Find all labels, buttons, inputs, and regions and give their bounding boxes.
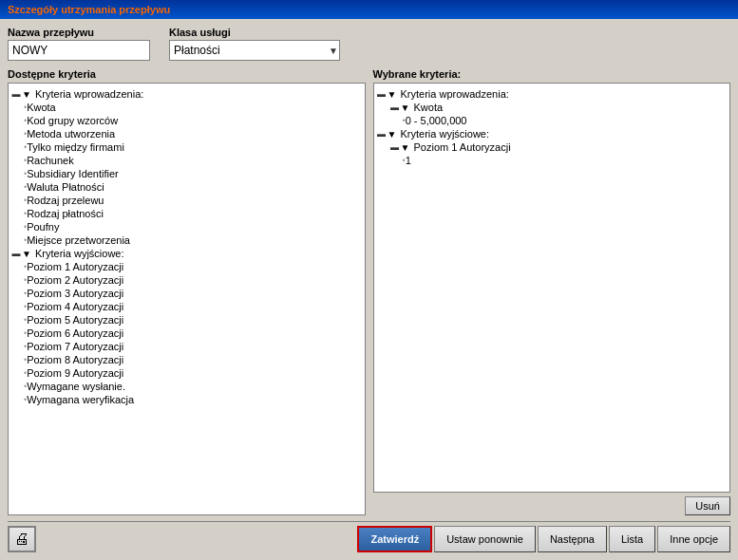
expand-icon: ▬ [376,89,388,99]
bottom-right-buttons: Zatwierdź Ustaw ponownie Następna Lista … [357,526,730,552]
remove-btn-container: Usuń [373,496,731,515]
list-item[interactable]: • Wymagana weryfikacja [24,393,363,406]
available-criteria-tree[interactable]: ▬ ▼ Kryteria wprowadzenia: • Kwota • Kod… [8,83,366,515]
available-criteria-panel: Dostępne kryteria ▬ ▼ Kryteria wprowadze… [8,68,366,515]
list-item[interactable]: • Poziom 1 Autoryzacji [24,260,363,273]
list-item[interactable]: • Wymagane wysłanie. [24,380,363,393]
expand-icon: ▬ [376,129,388,139]
item-poziom8: Poziom 8 Autoryzacji [27,354,123,365]
item-subsidiary: Subsidiary Identifier [27,168,119,179]
list-item[interactable]: • Poufny [24,220,363,233]
list-item[interactable]: • Waluta Płatności [24,180,363,194]
next-button[interactable]: Następna [538,526,607,552]
folder-icon: ▼ [22,249,35,259]
list-item[interactable]: • Poziom 2 Autoryzacji [24,273,363,287]
title-bar: Szczegóły utrzymania przepływu [0,0,738,19]
printer-icon: 🖨 [14,531,29,548]
tree-row[interactable]: ▬ ▼ Kryteria wyjściowe: [376,127,729,140]
item-wymagane-wysylanie: Wymagane wysłanie. [27,381,125,392]
item-poziom4: Poziom 4 Autoryzacji [27,301,123,312]
tree-row[interactable]: ▬ ▼ Kwota [389,101,729,114]
item-poziom1: Poziom 1 Autoryzacji [27,261,123,272]
folder-icon: ▼ [22,89,35,100]
item-rodzaj-przelewu: Rodzaj przelewu [27,195,104,206]
list-item[interactable]: • Poziom 3 Autoryzacji [24,287,363,300]
panels-container: Dostępne kryteria ▬ ▼ Kryteria wprowadze… [8,68,730,515]
tree-row[interactable]: ▬ ▼ Kryteria wyjściowe: [10,247,363,260]
input-group-label: Kryteria wprowadzenia: [35,88,143,100]
item-poziom7: Poziom 7 Autoryzacji [27,341,123,352]
list-item[interactable]: • Kwota [24,101,363,114]
confirm-button[interactable]: Zatwierdź [357,526,432,552]
selected-output-group: ▬ ▼ Kryteria wyjściowe: ▬ ▼ Poziom 1 Aut… [376,127,729,167]
folder-icon: ▼ [401,142,414,153]
selected-criteria-label: Wybrane kryteria: [373,68,731,80]
output-criteria-group: ▬ ▼ Kryteria wyjściowe: • Poziom 1 Autor… [10,247,363,406]
sel-kwota-label: Kwota [414,102,444,113]
list-item[interactable]: • 0 - 5,000,000 [403,114,729,127]
service-class-wrapper: Płatności ▼ [169,40,340,61]
list-item[interactable]: • Rodzaj płatności [24,207,363,220]
service-class-label: Klasa usługi [169,27,340,38]
item-poziom5: Poziom 5 Autoryzacji [27,314,123,326]
input-criteria-group: ▬ ▼ Kryteria wprowadzenia: • Kwota • Kod… [10,87,363,247]
item-kwota: Kwota [27,102,56,113]
list-item[interactable]: • Kod grupy wzorców [24,114,363,127]
service-class-select[interactable]: Płatności [169,40,340,61]
kwota-range: 0 - 5,000,000 [406,115,467,126]
expand-icon: ▬ [10,249,22,258]
item-poziom6: Poziom 6 Autoryzacji [27,327,123,339]
expand-icon: ▬ [389,142,401,152]
flow-name-input[interactable] [8,40,150,61]
reset-button[interactable]: Ustaw ponownie [434,526,536,552]
poziom1-value: 1 [406,155,411,166]
selected-input-items: ▬ ▼ Kwota • 0 - 5,000,000 [389,101,729,127]
expand-icon: ▬ [10,89,22,99]
list-item[interactable]: • Tylko między firmami [24,140,363,154]
selected-output-items: ▬ ▼ Poziom 1 Autoryzacji • 1 [389,140,729,167]
list-item[interactable]: • Poziom 8 Autoryzacji [24,353,363,366]
input-items: • Kwota • Kod grupy wzorców • Metoda utw… [24,101,363,247]
tree-row[interactable]: ▬ ▼ Kryteria wprowadzenia: [376,87,729,101]
flow-name-label: Nazwa przepływu [8,27,150,38]
list-button[interactable]: Lista [609,526,655,552]
bottom-left: 🖨 [8,526,36,552]
folder-icon: ▼ [388,129,401,140]
tree-row[interactable]: ▬ ▼ Kryteria wprowadzenia: [10,87,363,101]
list-item[interactable]: • Miejsce przetworzenia [24,233,363,247]
flow-name-group: Nazwa przepływu [8,27,150,61]
item-miejsce: Miejsce przetworzenia [27,234,130,246]
list-item[interactable]: • Rachunek [24,154,363,167]
more-options-button[interactable]: Inne opcje [657,526,730,552]
list-item[interactable]: • Metoda utworzenia [24,127,363,140]
item-poufny: Poufny [27,221,59,233]
list-item[interactable]: • Poziom 4 Autoryzacji [24,300,363,313]
remove-button[interactable]: Usuń [685,496,730,515]
item-wymagana-weryfikacja: Wymagana weryfikacja [27,394,134,405]
available-criteria-label: Dostępne kryteria [8,68,366,80]
kwota-values: • 0 - 5,000,000 [403,114,729,127]
sel-poziom1-label: Poziom 1 Autoryzacji [414,141,511,153]
list-item[interactable]: • Rodzaj przelewu [24,194,363,207]
list-item[interactable]: • Poziom 7 Autoryzacji [24,340,363,353]
print-button[interactable]: 🖨 [8,526,36,552]
bottom-bar: 🖨 Zatwierdź Ustaw ponownie Następna List… [8,521,730,552]
expand-icon: ▬ [389,103,401,112]
list-item[interactable]: • 1 [403,154,729,167]
list-item[interactable]: • Subsidiary Identifier [24,167,363,180]
tree-row[interactable]: ▬ ▼ Poziom 1 Autoryzacji [389,140,729,154]
item-poziom9: Poziom 9 Autoryzacji [27,367,123,379]
item-rodzaj-platnosci: Rodzaj płatności [27,208,104,219]
item-poziom2: Poziom 2 Autoryzacji [27,274,123,286]
folder-icon: ▼ [401,103,414,113]
item-metoda: Metoda utworzenia [27,128,115,140]
item-tylko: Tylko między firmami [27,141,124,153]
item-poziom3: Poziom 3 Autoryzacji [27,288,123,299]
list-item[interactable]: • Poziom 5 Autoryzacji [24,313,363,327]
output-items: • Poziom 1 Autoryzacji • Poziom 2 Autory… [24,260,363,406]
selected-criteria-tree[interactable]: ▬ ▼ Kryteria wprowadzenia: ▬ ▼ Kwota • [373,83,731,493]
title-text: Szczegóły utrzymania przepływu [8,4,170,15]
list-item[interactable]: • Poziom 9 Autoryzacji [24,366,363,380]
selected-input-label: Kryteria wprowadzenia: [401,88,509,100]
list-item[interactable]: • Poziom 6 Autoryzacji [24,327,363,340]
